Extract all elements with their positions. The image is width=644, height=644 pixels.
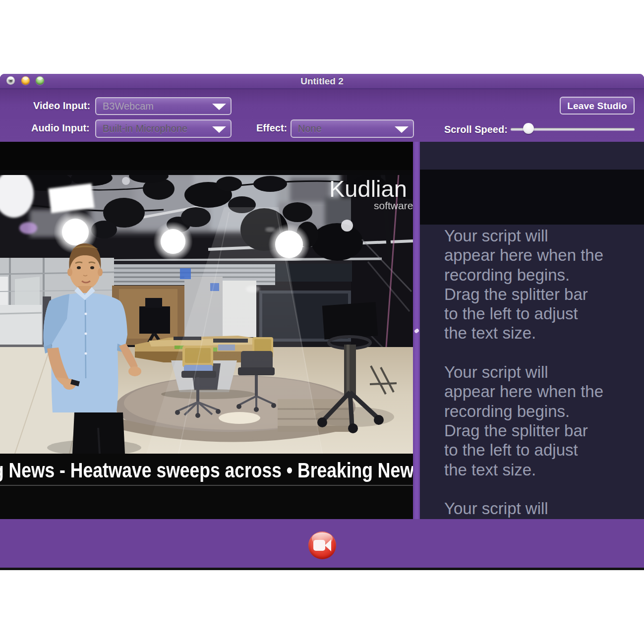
svg-text:Kudlian: Kudlian: [329, 176, 407, 202]
svg-text:software: software: [374, 200, 413, 211]
